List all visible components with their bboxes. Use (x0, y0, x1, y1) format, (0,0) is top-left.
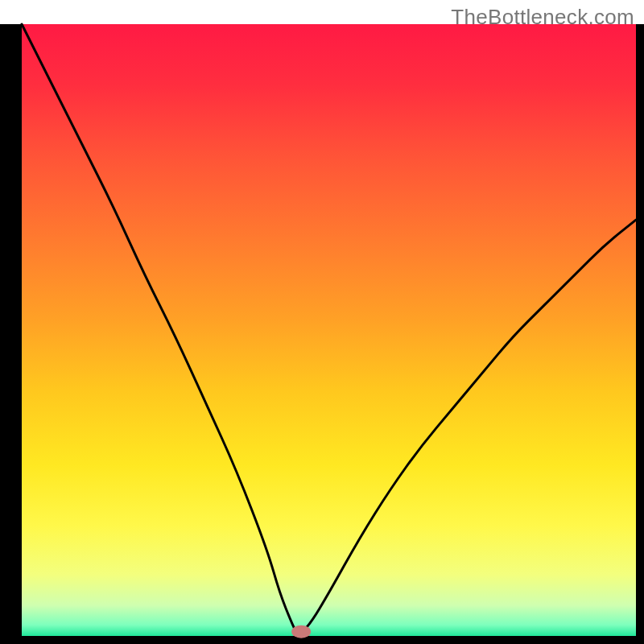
axis-right (636, 24, 644, 644)
axis-left (0, 24, 22, 644)
chart-container: TheBottleneck.com (0, 0, 644, 644)
optimal-point-marker (291, 625, 311, 638)
watermark: TheBottleneck.com (451, 5, 634, 30)
axis-bottom (0, 636, 644, 644)
plot-background (22, 24, 636, 636)
bottleneck-chart (0, 0, 644, 644)
